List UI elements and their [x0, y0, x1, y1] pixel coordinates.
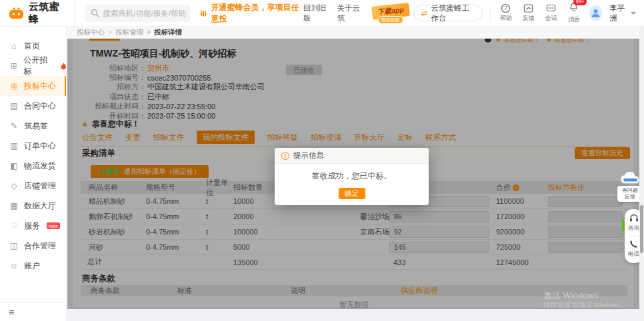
brand-logo[interactable]: 云筑蜜蜂 [0, 0, 74, 27]
breadcrumb-bid-management[interactable]: 投标管理 [105, 28, 143, 37]
sidebar-item-bid-center[interactable]: 投标中心 [0, 76, 66, 96]
sidebar-label: 账户 [24, 260, 40, 272]
sidebar-item-account[interactable]: 账户 [0, 256, 66, 276]
account-icon [9, 261, 19, 270]
help-icon: ? [501, 3, 511, 13]
messages-label: 消息 [568, 15, 580, 24]
cooperation-icon [9, 241, 19, 250]
order-icon [9, 141, 19, 151]
new-badge: new [47, 222, 60, 229]
watermark-line1: 激活 Windows [543, 290, 626, 301]
user-menu[interactable]: 李平洲 [609, 3, 636, 23]
sidebar-label: 店铺管理 [24, 180, 56, 192]
chat-button[interactable]: 会话 [543, 3, 559, 23]
workbench-label: 云筑蜜蜂工作台 [431, 3, 475, 23]
switch-icon: ⇌ [421, 9, 427, 18]
watermark-line2: 转到“设置”以激活 Windows。 [543, 301, 626, 308]
phone-icon [629, 240, 638, 248]
headset-icon [629, 214, 639, 222]
chevron-down-icon [631, 12, 636, 15]
windows-watermark: 激活 Windows 转到“设置”以激活 Windows。 [543, 290, 626, 308]
sidebar-item-esign[interactable]: 筑易签 [0, 116, 66, 136]
logistics-icon [9, 161, 19, 170]
modal-header: 提示信息 [275, 148, 429, 164]
service-icon [9, 221, 19, 230]
messages-button[interactable]: 99+ 消息 [566, 2, 581, 24]
robot-logo-icon [9, 6, 24, 21]
bell-wrapper: 99+ [569, 2, 579, 15]
sidebar-item-data-hall[interactable]: 数据大厅 [0, 196, 66, 216]
search-icon [91, 9, 99, 17]
old-version-link[interactable]: 回到旧版 [303, 3, 329, 23]
phone-label[interactable]: 电话 [628, 250, 639, 258]
sidebar-label: 首页 [24, 41, 40, 52]
download-app-badge[interactable]: 下载app 移动投标 [372, 3, 405, 23]
feedback-line1: 有问题 [619, 187, 641, 194]
help-button[interactable]: ? 帮助 [498, 3, 513, 23]
member-promo-link[interactable]: 开通蜜蜂会员，享项目任意投 [199, 2, 303, 25]
sidebar-item-home[interactable]: 首页 [0, 36, 66, 56]
feedback-icon [523, 3, 533, 13]
search-input[interactable] [85, 5, 191, 22]
warning-circle-icon [281, 152, 289, 160]
widget-divider [629, 236, 639, 236]
modal-title: 提示信息 [293, 151, 324, 160]
workbench-button[interactable]: ⇌ 云筑蜜蜂工作台 [413, 5, 483, 21]
feedback-label: 反馈 [523, 14, 535, 23]
sidebar-item-contract-center[interactable]: 合同中心 [0, 96, 66, 116]
sidebar-label: 订单中心 [24, 141, 56, 152]
modal-footer: 确定 [275, 188, 429, 205]
sidebar-item-public-bidding[interactable]: 公开招标 [0, 56, 66, 76]
confirm-button[interactable]: 确定 [339, 188, 365, 199]
bee-icon [199, 9, 207, 17]
sidebar-label: 物流发货 [24, 160, 56, 172]
about-link[interactable]: 关于云筑 [337, 3, 363, 23]
svg-text:?: ? [504, 5, 507, 11]
public-bid-icon [9, 61, 18, 71]
home-icon [9, 41, 19, 51]
global-search[interactable] [85, 5, 191, 22]
sidebar-label: 服务 [24, 220, 40, 232]
sidebar-footer: ≡ [0, 302, 66, 321]
sidebar-label: 投标中心 [24, 81, 56, 92]
sidebar-label: 数据大厅 [24, 200, 56, 212]
collapse-sidebar-icon[interactable]: ≡ [9, 307, 14, 318]
online-indicator [622, 220, 625, 231]
data-hall-icon [9, 201, 19, 210]
user-icon [591, 8, 601, 18]
shop-icon [9, 181, 19, 190]
page-scrollbar[interactable] [639, 27, 644, 321]
fire-icon [61, 63, 67, 70]
breadcrumb: 投标中心 投标管理 投标详情 [67, 27, 644, 39]
scrollbar-thumb[interactable] [640, 205, 643, 253]
modal-message: 签收成功，您已中标。 [275, 164, 429, 188]
breadcrumb-bid-center[interactable]: 投标中心 [77, 28, 105, 37]
header-divider [490, 6, 491, 21]
avatar[interactable] [589, 5, 603, 21]
download-app-sub: 移动投标 [378, 16, 403, 24]
breadcrumb-bid-detail: 投标详情 [143, 28, 182, 37]
message-count-badge: 99+ [573, 0, 587, 5]
contract-icon [9, 101, 19, 111]
sidebar-item-logistics[interactable]: 物流发货 [0, 156, 66, 176]
user-name: 李平洲 [609, 3, 628, 23]
sidebar-label: 合作管理 [24, 240, 56, 252]
sidebar-item-shop[interactable]: 店铺管理 [0, 176, 66, 196]
chat-icon [546, 3, 556, 13]
bid-center-icon [9, 81, 19, 91]
sidebar-label: 公开招标 [23, 55, 53, 77]
sidebar-label: 筑易签 [24, 121, 48, 132]
feedback-line2: 反馈 [619, 194, 641, 200]
sidebar-nav: 首页 公开招标 投标中心 合同中心 筑易签 订单中心 物流发货 店铺管理 数据大… [0, 27, 67, 321]
app-window: 云筑蜜蜂 开通蜜蜂会员，享项目任意投 回到旧版 关于云筑 下载app [0, 0, 644, 321]
member-promo-text: 开通蜜蜂会员，享项目任意投 [211, 2, 303, 25]
sidebar-item-cooperation[interactable]: 合作管理 [0, 236, 66, 256]
consult-label[interactable]: 咨询 [628, 224, 639, 232]
brand-name: 云筑蜜蜂 [29, 1, 65, 26]
prompt-modal: 提示信息 签收成功，您已中标。 确定 [275, 148, 429, 205]
sidebar-item-order-center[interactable]: 订单中心 [0, 136, 66, 156]
sidebar-item-services[interactable]: 服务new [0, 216, 66, 236]
header-divider [74, 0, 75, 27]
esign-icon [9, 121, 19, 131]
feedback-button[interactable]: 反馈 [521, 3, 536, 23]
